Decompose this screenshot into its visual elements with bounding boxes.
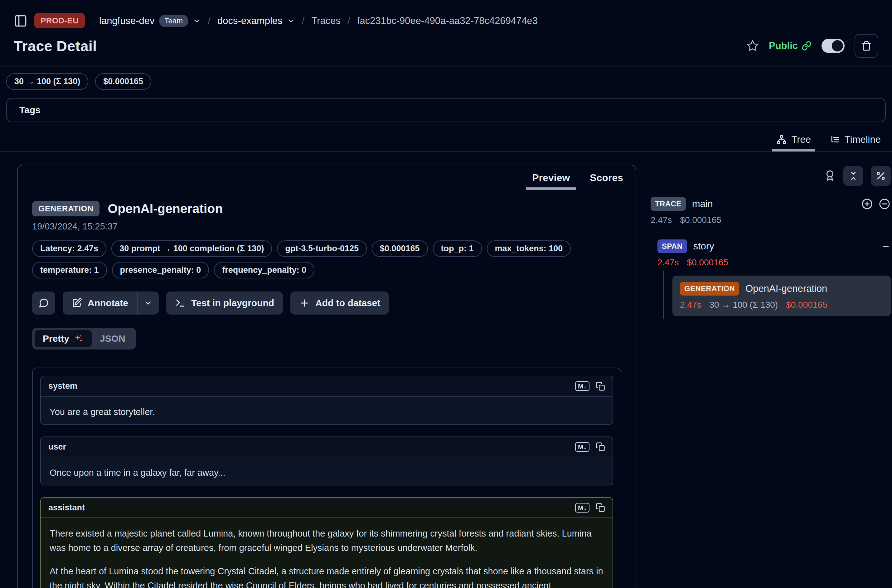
markdown-toggle-icon[interactable]: M↓ — [575, 503, 589, 513]
page-header: Trace Detail Public — [0, 28, 892, 66]
breadcrumb-separator: / — [347, 15, 350, 27]
observation-header: GENERATION OpenAI-generation — [32, 201, 621, 216]
collapse-node-icon[interactable] — [881, 241, 891, 251]
model-badge: gpt-3.5-turbo-0125 — [277, 240, 367, 257]
tree-node-trace[interactable]: TRACE main — [650, 197, 891, 211]
zoom-in-icon[interactable] — [861, 198, 873, 210]
markdown-toggle-icon[interactable]: M↓ — [575, 442, 589, 452]
message-role-label: assistant — [48, 503, 85, 513]
markdown-toggle-icon[interactable]: M↓ — [575, 381, 589, 391]
public-link[interactable]: Public — [769, 40, 811, 51]
cost-badge[interactable]: $0.000165 — [95, 73, 151, 90]
trace-cost: $0.000165 — [680, 215, 721, 225]
sidebar-toggle-icon[interactable] — [14, 14, 27, 28]
fold-vertical-icon — [848, 171, 859, 181]
cost-badge: $0.000165 — [372, 240, 428, 257]
percent-icon — [875, 171, 886, 181]
format-json-option[interactable]: JSON — [92, 330, 134, 347]
span-name: story — [693, 241, 714, 252]
tree-connector-line — [663, 271, 664, 319]
span-type-badge: SPAN — [658, 240, 687, 253]
tab-tree[interactable]: Tree — [769, 131, 818, 151]
message-system: system M↓ You are a great storyteller. — [40, 376, 613, 424]
observation-detail-card: Preview Scores GENERATION OpenAI-generat… — [17, 165, 636, 588]
sparkles-icon — [74, 334, 84, 344]
tab-preview[interactable]: Preview — [530, 170, 572, 190]
view-tabs: Tree Timeline — [0, 131, 892, 152]
breadcrumb: PROD-EU langfuse-dev Team / docs-example… — [0, 0, 892, 28]
environment-badge[interactable]: PROD-EU — [34, 13, 85, 28]
tags-label: Tags — [20, 105, 41, 115]
list-tree-icon — [830, 134, 840, 145]
generation-latency: 2.47s — [680, 300, 701, 310]
public-toggle[interactable] — [821, 39, 845, 53]
zoom-out-icon[interactable] — [878, 198, 891, 210]
trash-icon — [861, 40, 872, 51]
message-content: You are a great storyteller. — [41, 397, 613, 424]
temperature-badge: temperature: 1 — [32, 262, 107, 278]
tree-node-span[interactable]: SPAN story — [658, 240, 891, 253]
max-tokens-badge: max_tokens: 100 — [487, 240, 571, 257]
annotate-dropdown-button[interactable] — [138, 291, 159, 315]
add-to-dataset-button[interactable]: Add to dataset — [290, 291, 389, 315]
comment-icon — [38, 298, 49, 308]
trace-name: main — [692, 198, 713, 210]
tab-timeline[interactable]: Timeline — [823, 131, 887, 151]
collapse-all-button[interactable] — [843, 166, 863, 186]
plus-icon — [299, 298, 310, 308]
breadcrumb-divider — [92, 15, 92, 27]
generation-cost: $0.000165 — [786, 300, 827, 310]
test-in-playground-button[interactable]: Test in playground — [166, 291, 283, 315]
edit-icon — [71, 298, 82, 308]
header-actions: Public — [746, 34, 878, 58]
generation-name: OpenAI-generation — [745, 283, 827, 294]
observation-timestamp: 19/03/2024, 15:25:37 — [32, 221, 621, 232]
frequency-penalty-badge: frequency_penalty: 0 — [214, 262, 314, 278]
messages-container: system M↓ You are a great storyteller. — [32, 368, 621, 588]
copy-icon[interactable] — [596, 503, 605, 512]
delete-trace-button[interactable] — [854, 34, 878, 58]
annotate-split-button: Annotate — [63, 291, 159, 315]
chevron-down-icon[interactable] — [193, 17, 201, 25]
tags-section[interactable]: Tags — [6, 98, 886, 122]
generation-type-badge: GENERATION — [680, 282, 739, 296]
generation-tokens: 30 → 100 (Σ 130) — [710, 300, 778, 310]
organization-tier-badge: Team — [159, 15, 189, 27]
breadcrumb-section[interactable]: Traces — [311, 15, 341, 27]
page-title: Trace Detail — [14, 38, 97, 54]
terminal-icon — [175, 298, 186, 308]
token-usage-badge[interactable]: 30 → 100 (Σ 130) — [6, 73, 88, 90]
presence-penalty-badge: presence_penalty: 0 — [112, 262, 209, 278]
message-assistant: assistant M↓ There existed a majestic pl… — [40, 497, 613, 588]
link-icon — [802, 41, 811, 51]
message-role-label: user — [48, 442, 66, 452]
tab-scores[interactable]: Scores — [588, 170, 625, 190]
latency-badge: Latency: 2.47s — [32, 240, 107, 257]
copy-icon[interactable] — [596, 442, 605, 452]
comment-button[interactable] — [32, 291, 55, 315]
panel-tabs: Preview Scores — [18, 165, 636, 190]
trace-metrics: 2.47s $0.000165 — [650, 215, 891, 225]
generation-metrics: 2.47s 30 → 100 (Σ 130) $0.000165 — [680, 300, 883, 310]
metrics-toggle-button[interactable] — [871, 166, 891, 186]
breadcrumb-separator: / — [302, 15, 305, 27]
chevron-down-icon[interactable] — [287, 17, 295, 25]
format-pretty-option[interactable]: Pretty — [35, 330, 92, 347]
tree-node-generation-selected[interactable]: GENERATION OpenAI-generation 2.47s 30 → … — [673, 276, 891, 316]
star-icon[interactable] — [746, 40, 759, 52]
observation-meta-badges: Latency: 2.47s 30 prompt → 100 completio… — [32, 240, 621, 278]
copy-icon[interactable] — [596, 382, 605, 391]
annotate-button[interactable]: Annotate — [63, 291, 137, 315]
message-content: Once upon a time in a galaxy far, far aw… — [41, 458, 613, 485]
main-content: Preview Scores GENERATION OpenAI-generat… — [0, 165, 892, 588]
chevron-down-icon — [144, 298, 153, 308]
breadcrumb-project[interactable]: docs-examples — [218, 15, 295, 27]
observation-actions: Annotate Test in playground — [32, 291, 621, 315]
breadcrumb-trace-id: fac231bc-90ee-490a-aa32-78c4269474e3 — [357, 15, 538, 27]
message-content: There existed a majestic planet called L… — [41, 518, 613, 588]
award-icon[interactable] — [824, 170, 836, 182]
span-latency: 2.47s — [658, 258, 679, 267]
public-label: Public — [769, 40, 798, 51]
breadcrumb-organization[interactable]: langfuse-dev Team — [99, 15, 201, 27]
trace-summary-badges: 30 → 100 (Σ 130) $0.000165 — [0, 66, 892, 90]
